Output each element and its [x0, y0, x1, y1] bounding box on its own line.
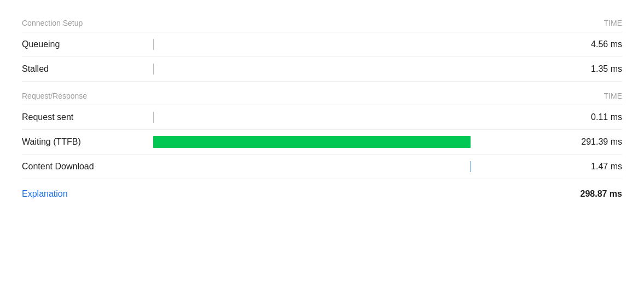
request-sent-label: Request sent — [22, 112, 153, 122]
content-download-row: Content Download 1.47 ms — [22, 155, 622, 179]
total-value: 298.87 ms — [580, 189, 622, 199]
stalled-label: Stalled — [22, 64, 153, 74]
queueing-bar-area — [153, 38, 556, 51]
connection-setup-label: Connection Setup — [22, 19, 83, 27]
connection-setup-time-header: TIME — [604, 19, 622, 27]
request-sent-value: 0.11 ms — [556, 112, 622, 122]
ttfb-label: Waiting (TTFB) — [22, 137, 153, 147]
request-response-header: Request/Response TIME — [22, 86, 622, 105]
ttfb-green-bar — [153, 136, 471, 148]
request-response-time-header: TIME — [604, 92, 622, 100]
queueing-tick — [153, 39, 154, 50]
queueing-value: 4.56 ms — [556, 39, 622, 49]
queueing-label: Queueing — [22, 39, 153, 49]
request-sent-bar-area — [153, 111, 556, 124]
connection-setup-header: Connection Setup TIME — [22, 13, 622, 32]
ttfb-bar-area — [153, 135, 556, 149]
request-response-label: Request/Response — [22, 92, 87, 100]
ttfb-row: Waiting (TTFB) 291.39 ms — [22, 130, 622, 155]
stalled-tick — [153, 64, 154, 75]
content-download-value: 1.47 ms — [556, 162, 622, 172]
timing-panel: Connection Setup TIME Queueing 4.56 ms S… — [0, 0, 644, 291]
request-sent-tick — [153, 112, 154, 123]
footer-row: Explanation 298.87 ms — [22, 179, 622, 199]
content-download-label: Content Download — [22, 162, 153, 172]
request-sent-row: Request sent 0.11 ms — [22, 105, 622, 130]
content-download-blue-tick — [471, 161, 471, 172]
ttfb-value: 291.39 ms — [556, 137, 622, 147]
explanation-link[interactable]: Explanation — [22, 189, 68, 199]
queueing-row: Queueing 4.56 ms — [22, 32, 622, 57]
content-download-bar-area — [153, 160, 556, 173]
stalled-bar-area — [153, 62, 556, 76]
stalled-row: Stalled 1.35 ms — [22, 57, 622, 82]
stalled-value: 1.35 ms — [556, 64, 622, 74]
